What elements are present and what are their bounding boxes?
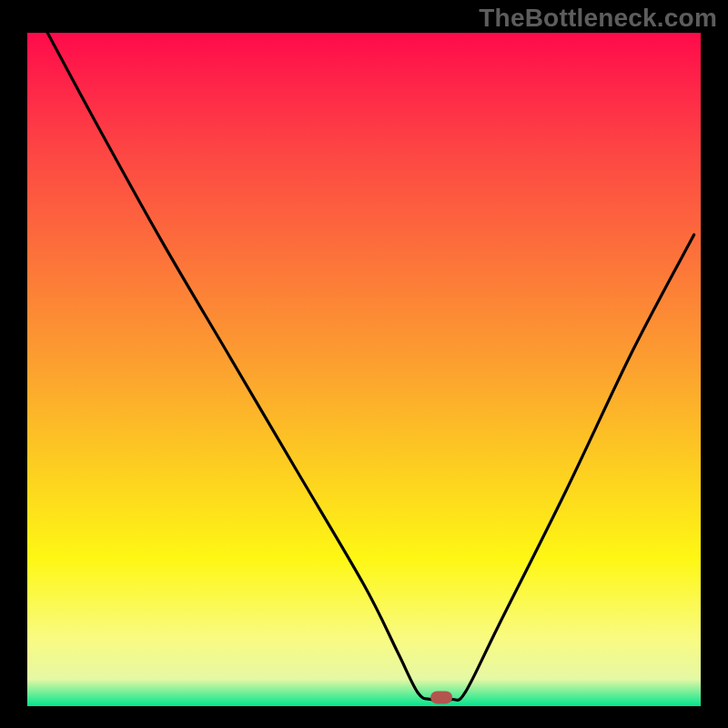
chart-svg [0,0,728,728]
optimal-point-marker [430,691,452,703]
plot-background [27,33,701,706]
chart-frame: TheBottleneck.com [0,0,728,728]
watermark-text: TheBottleneck.com [479,4,717,33]
